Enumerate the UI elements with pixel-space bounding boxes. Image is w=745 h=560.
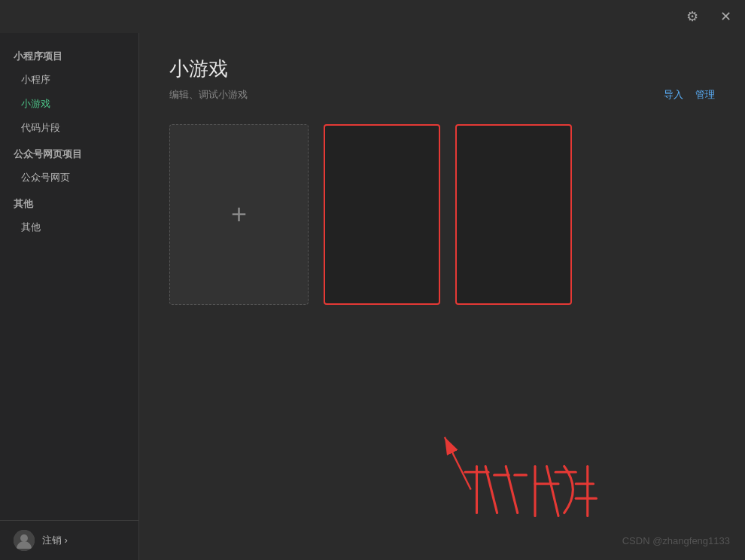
sidebar-bottom: 注销 › bbox=[0, 520, 138, 560]
sidebar-section-other: 其他 bbox=[0, 190, 138, 215]
csdn-watermark: CSDN @zhangfeng1133 bbox=[622, 535, 730, 546]
svg-point-1 bbox=[20, 534, 28, 542]
sidebar-item-code-snippet[interactable]: 代码片段 bbox=[0, 116, 138, 140]
import-button[interactable]: 导入 bbox=[664, 88, 683, 102]
subtitle-row: 编辑、调试小游戏 导入 管理 bbox=[169, 88, 715, 102]
settings-button[interactable]: ⚙ bbox=[682, 6, 703, 27]
manage-button[interactable]: 管理 bbox=[695, 88, 715, 102]
annotation-overlay bbox=[278, 349, 745, 560]
page-actions: 导入 管理 bbox=[664, 88, 715, 102]
top-bar: ⚙ ✕ bbox=[0, 0, 745, 33]
svg-line-3 bbox=[445, 437, 471, 490]
avatar bbox=[14, 530, 35, 551]
sidebar-item-mp-webpage[interactable]: 公众号网页 bbox=[0, 166, 138, 190]
plus-icon: + bbox=[231, 199, 247, 230]
gear-icon: ⚙ bbox=[686, 8, 698, 25]
sidebar-item-other[interactable]: 其他 bbox=[0, 215, 138, 239]
sidebar-section-mp: 公众号网页项目 bbox=[0, 140, 138, 166]
logout-button[interactable]: 注销 › bbox=[42, 534, 68, 547]
game-card-2[interactable] bbox=[455, 124, 572, 305]
sidebar-section-miniprogram: 小程序项目 bbox=[0, 42, 138, 68]
cards-area: + bbox=[169, 124, 715, 305]
page-subtitle: 编辑、调试小游戏 bbox=[169, 88, 248, 102]
page-title: 小游戏 bbox=[169, 56, 715, 82]
close-button[interactable]: ✕ bbox=[715, 6, 736, 27]
close-icon: ✕ bbox=[720, 8, 731, 25]
sidebar-item-miniprogram[interactable]: 小程序 bbox=[0, 68, 138, 92]
new-project-card[interactable]: + bbox=[169, 124, 309, 305]
game-card-1[interactable] bbox=[324, 124, 440, 305]
sidebar-item-minigame[interactable]: 小游戏 bbox=[0, 92, 138, 116]
sidebar: 小程序项目 小程序 小游戏 代码片段 公众号网页项目 公众号网页 其他 其他 注… bbox=[0, 33, 139, 560]
main-content: 小游戏 编辑、调试小游戏 导入 管理 + bbox=[139, 33, 745, 560]
